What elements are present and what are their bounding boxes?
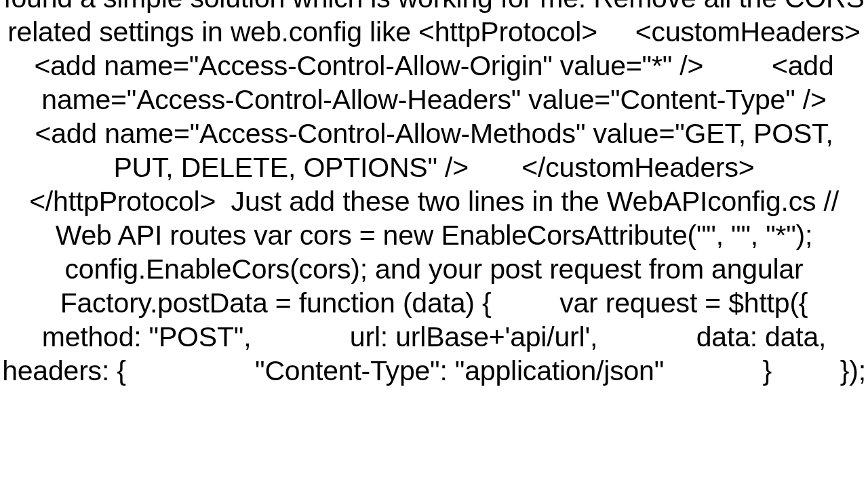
answer-body-text: found a simple solution which is working… xyxy=(0,0,868,388)
page: found a simple solution which is working… xyxy=(0,0,868,488)
